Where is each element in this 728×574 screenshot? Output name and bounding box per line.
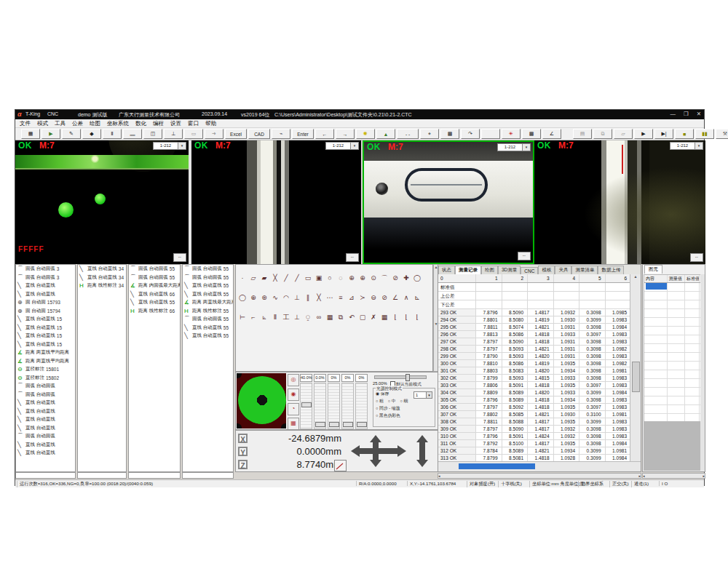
toolbar-button-curve[interactable]: ↷ — [461, 129, 480, 139]
camera4-zoom-dropdown-icon[interactable]: ▾ — [695, 142, 703, 150]
toolbar-button-dashes[interactable]: - - — [397, 129, 419, 139]
tool-icon-0-8[interactable]: ○ — [325, 273, 335, 283]
toolbar-button-pattern2[interactable]: ▩ — [522, 129, 541, 139]
tab-8[interactable]: 数据上传 — [598, 266, 624, 274]
menu-item-0[interactable]: 文件 — [20, 120, 31, 127]
tool-icon-1-9[interactable]: ≡ — [336, 292, 346, 303]
table-row[interactable]: 301 OK7.88038.50831.48201.09340.30981.09… — [438, 367, 631, 375]
camera-view-1[interactable]: OK M:7 1-212 ▾ FFFFF ⇔ — [15, 140, 189, 264]
element-row[interactable] — [644, 300, 701, 309]
table-row[interactable]: 308 OK7.88118.50881.48171.09350.30991.09… — [438, 418, 631, 426]
table-row[interactable]: 294 OK7.88018.50801.48191.09300.30991.09… — [438, 316, 631, 324]
camera3-zoom-select[interactable]: 1-212 — [497, 143, 523, 151]
table-row[interactable]: 上公差 — [438, 292, 631, 300]
feature-item[interactable]: ⌒圆弧 自动圆弧55 — [129, 274, 180, 282]
feature-item[interactable]: ╲直线 自动直线 — [16, 399, 75, 407]
tool-icon-2-3[interactable]: Ⅱ — [270, 312, 280, 322]
camera1-corner-button[interactable]: ⇔ — [173, 253, 186, 262]
feature-item[interactable]: ╲直线 自动直线55 — [183, 290, 233, 299]
feature-item[interactable]: ╲直线 自动直线15 — [16, 332, 75, 340]
tool-icon-2-7[interactable]: ∞ — [314, 312, 324, 322]
feature-item[interactable]: ╲直线 自动直线34 — [78, 265, 126, 274]
table-row[interactable]: 下公差 — [438, 300, 631, 309]
table-row[interactable]: 305 OK7.87968.50891.48181.09340.30981.09… — [438, 396, 631, 404]
slider-thumb[interactable] — [301, 402, 312, 407]
slider-thumb[interactable] — [343, 422, 353, 427]
slider-track[interactable] — [341, 383, 354, 429]
slider-track[interactable] — [300, 383, 312, 429]
toolbar-button-copy[interactable]: ⧉ — [593, 129, 612, 139]
slider-track[interactable] — [355, 383, 368, 429]
toolbar-button-arrow-left[interactable]: ← — [315, 129, 334, 139]
tool-icon-1-16[interactable]: ⊾ — [412, 292, 422, 303]
feature-item[interactable]: ⌒圆弧 自动圆弧 — [16, 432, 75, 441]
light-button-2[interactable]: ◔ — [288, 403, 299, 415]
slider-thumb[interactable] — [315, 422, 325, 427]
feature-item[interactable]: ⌒圆弧 自动圆弧3 — [16, 265, 75, 274]
tool-icon-1-0[interactable]: ◯ — [237, 292, 248, 303]
table-row[interactable]: 309 OK7.87978.50901.48171.09320.30981.09… — [438, 426, 631, 433]
tool-icon-2-2[interactable]: ⦝ — [259, 312, 269, 322]
tab-3[interactable]: 3D测量 — [498, 266, 521, 274]
feature-item[interactable]: ⌒圆弧 自动圆弧55 — [183, 274, 233, 282]
feature-item[interactable]: ╲直线 自动直线 — [16, 407, 75, 416]
toolbar-button-move[interactable]: ➜ — [205, 129, 223, 139]
toolbar-button-arrow-right[interactable]: → — [336, 129, 355, 139]
element-row[interactable] — [644, 309, 701, 318]
tool-icon-1-10[interactable]: ⊿ — [347, 292, 357, 303]
feature-item[interactable]: ∡距离 两直线最大距离 — [183, 298, 233, 307]
toolbar-button-pick[interactable]: ⌖ — [420, 129, 439, 139]
feature-item[interactable]: ╲直线 自动直线15 — [16, 340, 75, 349]
element-row[interactable] — [644, 283, 701, 292]
feature-item[interactable]: ⊕圆 自动圆15793 — [16, 298, 75, 307]
tool-icon-1-5[interactable]: ⊥ — [292, 292, 302, 303]
light-button-1[interactable]: ◉ — [288, 388, 299, 401]
tab-4[interactable]: CNC — [521, 267, 538, 274]
element-panel-scrollbar[interactable] — [700, 274, 705, 471]
menu-item-6[interactable]: 数化 — [135, 120, 146, 127]
light-option-3[interactable]: ○ 黑色伪彩色 — [373, 412, 435, 419]
feature-item[interactable]: ⊖直径标注15801 — [16, 365, 75, 374]
feature-item[interactable]: ╲直线 自动直线 — [16, 282, 75, 290]
toolbar-button-pause[interactable]: ▮▮ — [695, 129, 714, 139]
feature-item[interactable]: ∡距离 两直线平均距离 — [16, 348, 75, 357]
light-button-0[interactable]: ◎ — [288, 374, 299, 386]
tab-2[interactable]: 绘图 — [481, 266, 498, 274]
element-row[interactable] — [644, 292, 701, 300]
toolbar-button-edit[interactable]: ✎ — [62, 129, 81, 139]
camera2-zoom-select[interactable]: 1-212 — [325, 142, 351, 150]
toolbar-button-play-to-end[interactable]: ▶| — [654, 129, 673, 139]
menu-item-5[interactable]: 坐标系统 — [107, 120, 129, 127]
tool-icon-0-15[interactable]: ✚ — [401, 273, 411, 283]
element-row[interactable] — [644, 353, 701, 362]
ring-light-indicator[interactable] — [237, 373, 286, 428]
element-row[interactable] — [644, 335, 701, 344]
camera-view-4[interactable]: OK M:7 1-212 ▾ ⇔ — [534, 140, 705, 264]
table-row[interactable]: 299 OK7.87908.50931.48201.09310.30981.09… — [438, 353, 631, 360]
camera2-corner-button[interactable]: ⇔ — [346, 253, 359, 262]
element-row[interactable] — [644, 362, 701, 370]
camera3-zoom-dropdown-icon[interactable]: ▾ — [522, 143, 531, 151]
camera4-corner-button[interactable]: ⇔ — [690, 253, 703, 262]
tool-icon-2-6[interactable]: ⍜ — [303, 312, 313, 322]
tool-icon-0-6[interactable]: ▭ — [303, 273, 313, 283]
toolbar-button-stop[interactable]: ■ — [675, 129, 694, 139]
menu-item-3[interactable]: 公差 — [72, 120, 83, 127]
toolbar-button-run-green[interactable]: ▶ — [41, 129, 60, 139]
table-row[interactable]: 304 OK7.88098.50891.48201.09330.30991.09… — [438, 389, 631, 396]
feature-item[interactable]: ∡距离 两直线平均距离 — [16, 357, 75, 366]
table-row[interactable]: 298 OK7.87978.50931.48211.09310.30981.09… — [438, 346, 631, 353]
toolbar-button-stage[interactable]: ◫ — [143, 129, 162, 139]
tab-5[interactable]: 模板 — [538, 266, 555, 274]
toolbar-button-tools[interactable]: ⚒ — [716, 129, 728, 139]
tool-icon-0-4[interactable]: ╱ — [281, 273, 291, 283]
tool-icon-2-5[interactable]: ⊥ — [292, 312, 302, 322]
toolbar-button-excel[interactable]: Excel — [225, 129, 247, 139]
element-row[interactable] — [644, 370, 701, 379]
table-row[interactable]: 300 OK7.88108.50861.48191.09350.30981.09… — [438, 360, 631, 367]
table-row[interactable]: 303 OK7.88068.50911.48181.09350.30971.09… — [438, 382, 631, 389]
tool-icon-1-13[interactable]: ⊘ — [379, 292, 389, 303]
tool-icon-1-1[interactable]: ⊕ — [248, 292, 258, 303]
diagonal-move-button[interactable] — [334, 460, 347, 471]
feature-item[interactable]: ⌒圆弧 自动圆弧55 — [129, 265, 180, 274]
